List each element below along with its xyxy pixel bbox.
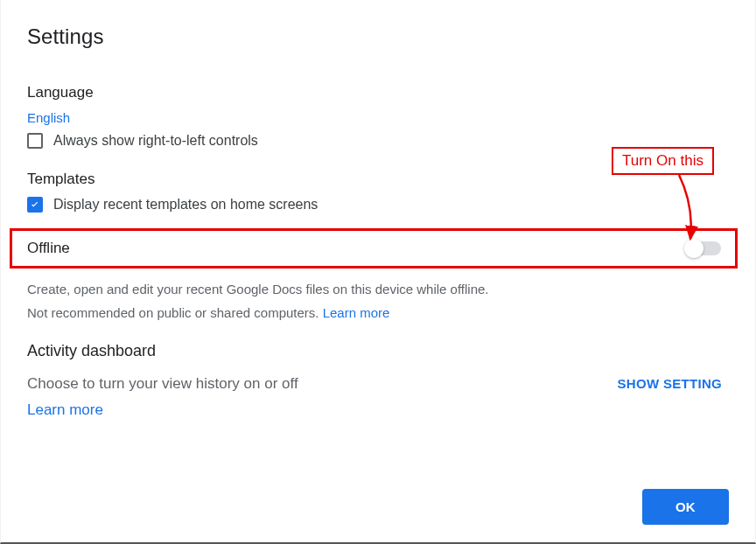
offline-description-2: Not recommended on public or shared comp… (27, 305, 729, 320)
activity-description: Choose to turn your view history on or o… (27, 375, 298, 393)
language-heading: Language (27, 84, 729, 101)
templates-heading: Templates (27, 171, 729, 188)
offline-toggle[interactable] (686, 241, 721, 255)
rtl-checkbox[interactable] (27, 133, 43, 149)
offline-section-row: Offline (10, 228, 738, 269)
settings-dialog: Settings Language English Always show ri… (0, 0, 756, 544)
dialog-footer: OK (642, 489, 729, 525)
annotation-arrow-icon (1, 0, 756, 544)
offline-description-2-prefix: Not recommended on public or shared comp… (27, 305, 323, 320)
page-title: Settings (27, 24, 729, 49)
rtl-checkbox-label: Always show right-to-left controls (53, 133, 258, 149)
recent-templates-checkbox[interactable] (27, 197, 43, 213)
offline-heading: Offline (27, 240, 70, 257)
ok-button[interactable]: OK (642, 489, 729, 525)
activity-heading: Activity dashboard (27, 342, 729, 360)
show-setting-button[interactable]: SHOW SETTING (611, 369, 729, 398)
offline-learn-more-link[interactable]: Learn more (323, 305, 390, 320)
check-icon (29, 199, 41, 211)
recent-templates-checkbox-label: Display recent templates on home screens (53, 197, 318, 213)
language-value-link[interactable]: English (27, 110, 70, 125)
toggle-thumb-icon (684, 239, 704, 258)
activity-learn-more-link[interactable]: Learn more (27, 401, 103, 419)
offline-description-1: Create, open and edit your recent Google… (27, 282, 729, 296)
